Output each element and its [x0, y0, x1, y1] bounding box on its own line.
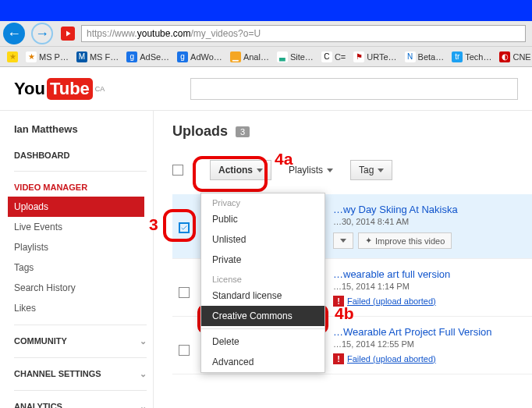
- bookmark-label: Tech…: [465, 52, 491, 62]
- add-bookmark-button[interactable]: ★: [3, 50, 22, 64]
- sidebar-dashboard[interactable]: DASHBOARD: [14, 146, 153, 165]
- caret-icon: [378, 169, 384, 172]
- logo-country: CA: [95, 85, 105, 93]
- url-sub: www.: [115, 28, 137, 39]
- bookmark-item[interactable]: CC=: [317, 50, 349, 64]
- dd-head-privacy: Privacy: [201, 193, 325, 209]
- video-checkbox[interactable]: [179, 345, 190, 356]
- dd-item-standard[interactable]: Standard license: [201, 286, 325, 306]
- chevron-down-icon: ⌄: [140, 336, 147, 346]
- sidebar-video-manager[interactable]: VIDEO MANAGER: [14, 178, 153, 197]
- sidebar-item-live-events[interactable]: Live Events: [14, 217, 153, 237]
- bookmark-icon: g: [126, 51, 137, 62]
- dd-item-advanced[interactable]: Advanced: [201, 352, 325, 372]
- bookmark-label: C=: [335, 52, 346, 62]
- sidebar-item-search-history[interactable]: Search History: [14, 278, 153, 298]
- caret-icon: [327, 169, 333, 172]
- improve-video-button[interactable]: ✦Improve this video: [358, 232, 452, 249]
- youtube-logo[interactable]: YouTubeCA: [14, 78, 105, 100]
- youtube-header: YouTubeCA: [0, 67, 532, 111]
- playlists-button[interactable]: Playlists: [281, 161, 341, 179]
- uploads-toolbar: Actions Playlists Tag: [172, 160, 532, 180]
- bookmark-item[interactable]: NBeta…: [401, 50, 449, 64]
- improve-label: Improve this video: [375, 236, 445, 246]
- caret-icon: [257, 169, 263, 172]
- logo-you: You: [14, 79, 45, 99]
- address-bar[interactable]: https://www.youtube.com/my_videos?o=U: [81, 25, 526, 42]
- page-title: Uploads 3: [172, 123, 532, 140]
- bookmark-icon: ▁: [230, 51, 241, 62]
- bookmark-label: Anal…: [243, 52, 269, 62]
- upload-count-badge: 3: [236, 126, 250, 137]
- browser-titlebar: [0, 0, 532, 21]
- video-title[interactable]: …Wearable Art Project Full Version: [333, 326, 492, 338]
- bookmark-icon: ▃: [277, 51, 288, 62]
- bookmark-item[interactable]: ◐CNE…: [495, 50, 532, 64]
- video-checkbox[interactable]: [179, 222, 190, 233]
- sidebar-community-label: COMMUNITY: [14, 336, 67, 346]
- bookmark-icon: M: [76, 51, 87, 62]
- wand-icon: ✦: [365, 236, 372, 246]
- tag-label: Tag: [359, 165, 374, 176]
- error-text: Failed (upload aborted): [347, 354, 436, 364]
- bookmark-item[interactable]: MMS F…: [73, 50, 122, 64]
- bookmark-item[interactable]: ▃Site…: [273, 50, 317, 64]
- bookmark-item[interactable]: ★MS P…: [22, 50, 73, 64]
- video-date: …30, 2014 8:41 AM: [333, 217, 458, 226]
- sidebar-item-likes[interactable]: Likes: [14, 298, 153, 318]
- url-path: /my_videos?o=U: [190, 28, 261, 39]
- select-all-checkbox[interactable]: [172, 165, 183, 176]
- page-title-text: Uploads: [172, 123, 228, 140]
- bookmark-icon: N: [405, 51, 416, 62]
- bookmark-item[interactable]: ▁Anal…: [226, 50, 273, 64]
- bookmark-item[interactable]: trTech…: [448, 50, 495, 64]
- sidebar: Ian Matthews DASHBOARD VIDEO MANAGER Upl…: [0, 111, 153, 408]
- video-error[interactable]: !Failed (upload aborted): [333, 353, 492, 364]
- dd-item-public[interactable]: Public: [201, 209, 325, 229]
- video-info: …Wearable Art Project Full Version…15, 2…: [333, 326, 492, 364]
- bookmark-label: AdWo…: [190, 52, 222, 62]
- bookmark-label: MS P…: [39, 52, 69, 62]
- bookmark-icon: C: [321, 51, 332, 62]
- browser-chrome: ← → https://www.youtube.com/my_videos?o=…: [0, 21, 532, 67]
- video-error[interactable]: !Failed (upload aborted): [333, 296, 450, 307]
- search-input[interactable]: [190, 78, 518, 100]
- dd-item-creative-commons[interactable]: Creative Commons: [201, 306, 325, 326]
- sidebar-analytics[interactable]: ANALYTICS⌄: [14, 397, 147, 408]
- sidebar-community[interactable]: COMMUNITY⌄: [14, 332, 147, 351]
- bookmark-item[interactable]: ⚑URTe…: [349, 50, 400, 64]
- video-title[interactable]: …wearable art full version: [333, 268, 450, 280]
- dd-item-delete[interactable]: Delete: [201, 332, 325, 352]
- logo-tube: Tube: [47, 78, 93, 100]
- bookmark-icon: ⚑: [353, 51, 364, 62]
- bookmark-item[interactable]: gAdWo…: [173, 50, 226, 64]
- sidebar-channel-settings[interactable]: CHANNEL SETTINGS⌄: [14, 364, 147, 384]
- chevron-down-icon: ⌄: [140, 369, 147, 379]
- browser-forward-button[interactable]: →: [31, 23, 53, 44]
- bookmark-item[interactable]: gAdSe…: [122, 50, 173, 64]
- url-scheme: https://: [87, 28, 115, 39]
- sidebar-item-uploads[interactable]: Uploads: [8, 197, 144, 217]
- playlists-label: Playlists: [289, 165, 323, 176]
- video-info: …wy Day Skiing At Nakiska…30, 2014 8:41 …: [333, 204, 458, 249]
- actions-label: Actions: [218, 165, 253, 176]
- sidebar-user[interactable]: Ian Matthews: [14, 123, 153, 135]
- error-icon: !: [333, 353, 344, 364]
- dd-item-private[interactable]: Private: [201, 250, 325, 270]
- sidebar-item-tags[interactable]: Tags: [14, 257, 153, 278]
- tag-button[interactable]: Tag: [350, 160, 392, 180]
- bookmark-icon: ◐: [499, 51, 510, 62]
- bookmark-icon: g: [177, 51, 188, 62]
- actions-button[interactable]: Actions: [210, 160, 271, 180]
- browser-back-button[interactable]: ←: [3, 23, 25, 44]
- dd-item-unlisted[interactable]: Unlisted: [201, 229, 325, 250]
- bookmark-icon: ★: [26, 51, 37, 62]
- video-edit-menu[interactable]: [333, 232, 353, 249]
- video-checkbox[interactable]: [179, 287, 190, 298]
- bookmark-icon: tr: [452, 51, 463, 62]
- video-title[interactable]: …wy Day Skiing At Nakiska: [333, 204, 458, 215]
- sidebar-item-playlists[interactable]: Playlists: [14, 237, 153, 257]
- actions-dropdown: Privacy Public Unlisted Private License …: [200, 193, 325, 373]
- video-date: …15, 2014 1:14 PM: [333, 282, 450, 291]
- sidebar-channel-label: CHANNEL SETTINGS: [14, 369, 101, 379]
